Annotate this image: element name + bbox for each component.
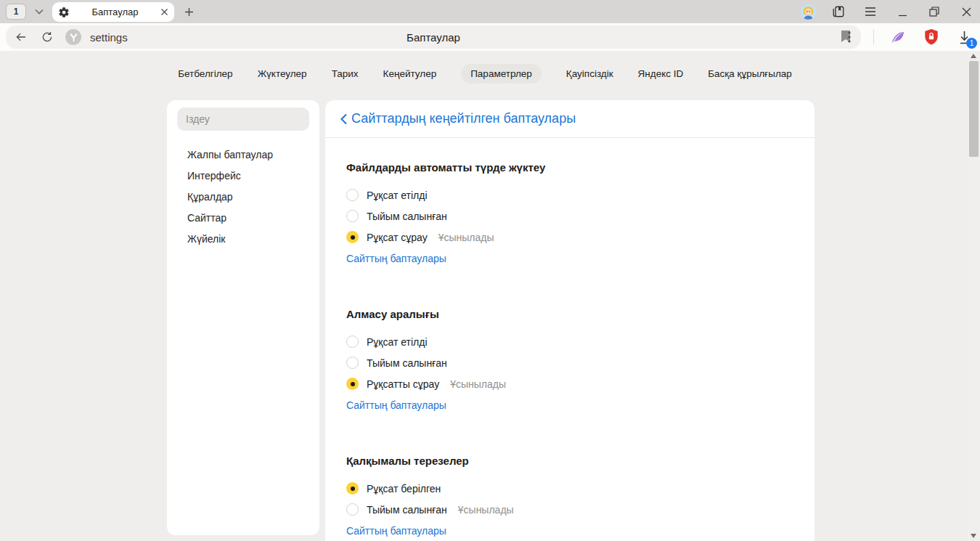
plus-icon [184,7,194,17]
reload-icon [41,30,54,44]
settings-section-1: Алмасу аралығыРұқсат етілдіТыйым салынға… [346,308,793,412]
chevron-down-icon [35,9,44,15]
recommended-hint: Ұсынылады [438,232,494,243]
sidebar-item-4[interactable]: Жүйелік [187,228,312,249]
recommended-hint: Ұсынылады [458,504,514,516]
tab-close-icon[interactable] [160,8,168,16]
downloads-button[interactable]: 1 [955,28,973,46]
nav-tab-4[interactable]: Параметрлер [461,64,542,84]
radio-option-row[interactable]: Рұқсат етілді [346,184,793,206]
hamburger-icon [865,7,876,16]
back-to-sites-button[interactable] [336,112,351,126]
section-heading: Файлдарды автоматты түрде жүктеу [346,161,793,174]
radio-option-row[interactable]: Рұқсат берілген [346,478,793,499]
toolbar-divider [873,30,874,44]
nav-tab-6[interactable]: Яндекс ID [638,64,684,84]
radio-option-label: Тыйым салынған [367,357,447,369]
extensions-menu-button[interactable] [840,28,859,46]
settings-section-0: Файлдарды автоматты түрде жүктеуРұқсат е… [346,161,793,265]
scrollbar-up-arrow[interactable] [971,54,976,58]
browser-menu-button[interactable] [861,2,880,21]
browser-tab-bar: 1 Баптаулар [0,0,980,23]
back-button[interactable] [10,26,32,48]
yandex-browser-icon [69,33,78,42]
sidebar-item-2[interactable]: Құралдар [187,186,312,207]
sidebar-item-1[interactable]: Интерфейс [187,165,312,186]
radio-option-label: Тыйым салынған [367,504,447,516]
radio-option-label: Рұқсат сұрау [367,232,428,243]
page-title[interactable]: Сайттардың кеңейтілген баптаулары [351,111,576,126]
omnibox[interactable]: settings Баптаулар [6,25,861,49]
recommended-hint: Ұсынылады [450,378,506,390]
radio-option-row[interactable]: Рұқсат сұрауҰсынылады [346,227,793,248]
protect-shield-button[interactable] [922,28,941,46]
radio-unselected-icon[interactable] [346,503,359,516]
nav-tab-7[interactable]: Басқа құрылғылар [708,64,792,84]
radio-option-label: Тыйым салынған [367,211,447,222]
scrollbar-thumb[interactable] [969,61,979,157]
radio-option-label: Рұқсат етілді [367,190,428,201]
window-restore-button[interactable] [925,2,944,21]
nav-tab-1[interactable]: Жүктеулер [258,64,307,84]
sidebar-item-0[interactable]: Жалпы баптаулар [187,144,312,165]
settings-sections: Файлдарды автоматты түрде жүктеуРұқсат е… [325,161,814,541]
shield-lock-icon [923,28,939,46]
nav-tab-5[interactable]: Қауіпсіздік [566,64,613,84]
radio-option-label: Рұқсат етілді [367,336,428,348]
settings-main-panel: Сайттардың кеңейтілген баптаулары Файлда… [325,100,814,541]
radio-option-row[interactable]: Тыйым салынған [346,352,793,373]
feather-extension-button[interactable] [889,28,907,46]
nav-tab-0[interactable]: Бетбелгілер [178,64,232,84]
search-input[interactable] [177,107,309,131]
tab-list-chevron-button[interactable] [30,4,48,20]
scrollbar-down-arrow[interactable] [971,534,976,538]
site-favicon [65,29,81,45]
tab-panel-button[interactable] [829,2,848,21]
restore-icon [929,7,939,17]
url-text[interactable]: settings [90,31,128,44]
radio-selected-icon[interactable] [346,378,359,390]
minimize-icon [898,7,907,17]
radio-unselected-icon[interactable] [346,335,359,348]
sidebar-list: Жалпы баптауларИнтерфейсҚұралдарСайттарЖ… [187,144,312,249]
section-heading: Алмасу аралығы [346,308,793,320]
page-scrollbar[interactable] [968,51,980,541]
settings-nav-tabs: БетбелгілерЖүктеулерТарихКеңейтулерПарам… [0,64,970,84]
radio-option-label: Рұқсатты сұрау [367,378,439,390]
radio-option-label: Рұқсат берілген [367,483,441,495]
sidebar-item-3[interactable]: Сайттар [187,207,312,228]
radio-selected-icon[interactable] [346,482,359,495]
tab-counter-button[interactable]: 1 [6,4,26,20]
tab-title: Баптаулар [70,7,160,17]
radio-option-row[interactable]: Рұқсат етілді [346,331,793,352]
avatar-face-icon [801,4,816,20]
reload-button[interactable] [36,26,58,48]
omnibox-page-title: Баптаулар [6,31,861,44]
new-tab-button[interactable] [180,3,198,21]
profile-avatar[interactable] [801,4,816,20]
radio-selected-icon[interactable] [346,231,359,243]
window-minimize-button[interactable] [893,2,912,21]
site-settings-link[interactable]: Сайттың баптаулары [346,399,446,411]
nav-tab-3[interactable]: Кеңейтулер [383,64,437,84]
window-close-button[interactable] [957,2,976,21]
download-count-badge: 1 [966,38,977,49]
browser-tab-settings[interactable]: Баптаулар [52,2,174,22]
radio-option-row[interactable]: Рұқсатты сұрауҰсынылады [346,373,793,394]
back-arrow-icon [15,30,28,44]
radio-option-row[interactable]: Тыйым салынған [346,206,793,227]
site-settings-link[interactable]: Сайттың баптаулары [346,525,446,537]
site-settings-link[interactable]: Сайттың баптаулары [346,253,446,264]
chevron-left-icon [340,113,348,125]
settings-section-2: Қалқымалы терезелерРұқсат берілгенТыйым … [346,455,793,537]
radio-unselected-icon[interactable] [346,189,359,201]
page-header: Сайттардың кеңейтілген баптаулары [325,100,814,138]
feather-icon [890,29,906,45]
nav-tab-2[interactable]: Тарих [332,64,359,84]
radio-option-row[interactable]: Тыйым салынғанҰсынылады [346,499,793,520]
section-heading: Қалқымалы терезелер [346,455,793,467]
radio-unselected-icon[interactable] [346,357,359,369]
radio-unselected-icon[interactable] [346,210,359,222]
settings-sidebar: Жалпы баптауларИнтерфейсҚұралдарСайттарЖ… [167,100,319,535]
address-bar-row: settings Баптаулар 1 [0,23,980,51]
